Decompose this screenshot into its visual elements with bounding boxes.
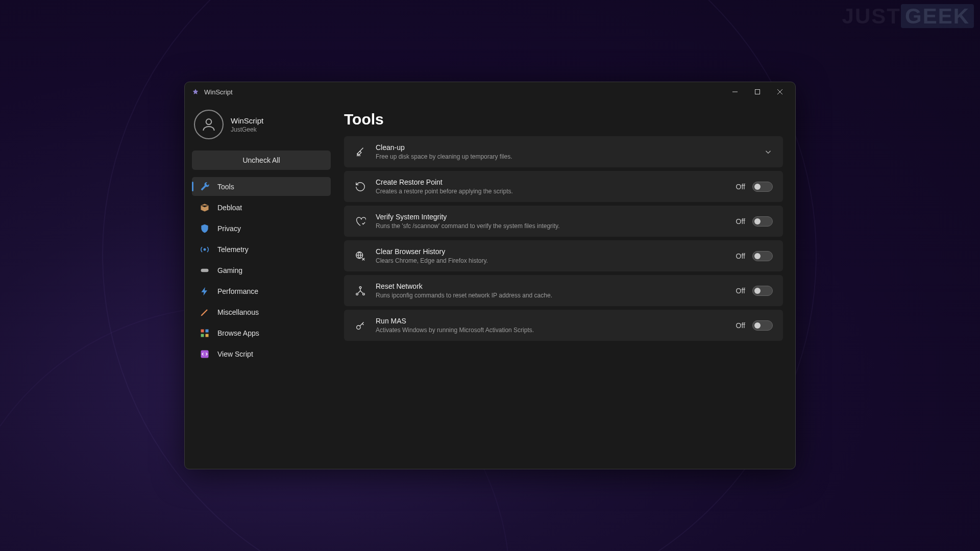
- svg-point-16: [357, 325, 360, 329]
- sidebar-item-view-script[interactable]: View Script: [192, 344, 331, 363]
- toggle-verify-integrity[interactable]: [752, 216, 773, 227]
- svg-rect-8: [206, 329, 209, 332]
- profile-section: WinScript JustGeek: [192, 107, 331, 148]
- toggle-state: Off: [736, 217, 745, 226]
- sidebar: WinScript JustGeek Uncheck All Tools Deb…: [185, 102, 338, 469]
- close-button[interactable]: [769, 84, 791, 100]
- sidebar-item-performance[interactable]: Performance: [192, 282, 331, 300]
- card-desc: Runs ipconfig commands to reset network …: [376, 292, 727, 299]
- apps-icon: [199, 328, 210, 339]
- card-desc: Runs the 'sfc /scannow' command to verif…: [376, 222, 727, 230]
- shield-icon: [199, 223, 210, 234]
- card-verify-integrity: Verify System Integrity Runs the 'sfc /s…: [344, 206, 783, 237]
- profile-name: WinScript: [231, 116, 263, 125]
- sidebar-item-label: Gaming: [217, 266, 242, 274]
- svg-rect-1: [755, 90, 760, 94]
- sidebar-item-debloat[interactable]: Debloat: [192, 198, 331, 217]
- wrench-icon: [199, 181, 210, 192]
- broom-icon: [354, 146, 366, 158]
- sidebar-item-privacy[interactable]: Privacy: [192, 219, 331, 238]
- heart-check-icon: [354, 215, 366, 228]
- package-icon: [199, 202, 210, 213]
- broadcast-icon: [199, 244, 210, 255]
- card-reset-network: Reset Network Runs ipconfig commands to …: [344, 275, 783, 306]
- svg-rect-9: [201, 334, 204, 337]
- card-title: Clean-up: [376, 143, 754, 152]
- sidebar-item-gaming[interactable]: Gaming: [192, 261, 331, 280]
- svg-point-13: [359, 286, 361, 288]
- app-icon: [192, 88, 199, 95]
- gamepad-icon: [199, 265, 210, 276]
- bolt-icon: [199, 286, 210, 297]
- sidebar-item-label: Tools: [217, 183, 234, 191]
- sidebar-item-label: Debloat: [217, 204, 242, 212]
- card-cleanup[interactable]: Clean-up Free up disk space by cleaning …: [344, 136, 783, 167]
- sidebar-item-label: Telemetry: [217, 245, 249, 254]
- toggle-run-mas[interactable]: [752, 320, 773, 331]
- maximize-button[interactable]: [746, 84, 769, 100]
- globe-x-icon: [354, 250, 366, 262]
- window-title: WinScript: [204, 88, 233, 96]
- svg-rect-7: [201, 329, 204, 332]
- sidebar-item-miscellaneous[interactable]: Miscellanous: [192, 303, 331, 321]
- avatar: [194, 110, 224, 139]
- app-window: WinScript WinScript JustGeek: [184, 82, 796, 469]
- svg-rect-6: [201, 268, 209, 272]
- sidebar-item-telemetry[interactable]: Telemetry: [192, 240, 331, 259]
- toggle-state: Off: [736, 252, 745, 260]
- card-desc: Creates a restore point before applying …: [376, 188, 727, 195]
- sidebar-item-label: Performance: [217, 287, 258, 295]
- page-title: Tools: [344, 111, 783, 128]
- toggle-restore-point[interactable]: [752, 182, 773, 192]
- key-icon: [354, 319, 366, 332]
- card-restore-point: Create Restore Point Creates a restore p…: [344, 171, 783, 202]
- card-title: Verify System Integrity: [376, 213, 727, 221]
- svg-rect-10: [206, 334, 209, 337]
- card-desc: Free up disk space by cleaning up tempor…: [376, 153, 754, 160]
- uncheck-all-button[interactable]: Uncheck All: [192, 151, 331, 170]
- sidebar-item-label: Browse Apps: [217, 329, 259, 337]
- svg-point-4: [206, 119, 212, 124]
- sidebar-item-label: Miscellanous: [217, 308, 259, 316]
- card-desc: Clears Chrome, Edge and Firefox history.: [376, 257, 727, 264]
- toggle-clear-history[interactable]: [752, 251, 773, 261]
- toggle-state: Off: [736, 287, 745, 295]
- minimize-button[interactable]: [724, 84, 746, 100]
- toggle-state: Off: [736, 183, 745, 191]
- card-title: Clear Browser History: [376, 247, 727, 256]
- titlebar[interactable]: WinScript: [185, 82, 795, 102]
- sidebar-item-tools[interactable]: Tools: [192, 177, 331, 196]
- card-clear-history: Clear Browser History Clears Chrome, Edg…: [344, 240, 783, 271]
- code-icon: [199, 348, 210, 360]
- card-desc: Activates Windows by running Microsoft A…: [376, 327, 727, 334]
- svg-point-14: [356, 293, 358, 295]
- main-content: Tools Clean-up Free up disk space by cle…: [338, 102, 795, 469]
- network-icon: [354, 285, 366, 297]
- card-title: Create Restore Point: [376, 178, 727, 186]
- sidebar-item-label: View Script: [217, 350, 253, 358]
- card-title: Run MAS: [376, 317, 727, 325]
- svg-point-5: [204, 248, 206, 251]
- watermark: JUSTGEEK: [842, 4, 974, 29]
- svg-point-15: [363, 293, 365, 295]
- pencil-icon: [199, 307, 210, 318]
- chevron-down-icon[interactable]: [764, 147, 773, 157]
- toggle-reset-network[interactable]: [752, 286, 773, 296]
- profile-sub: JustGeek: [231, 126, 263, 133]
- sidebar-item-label: Privacy: [217, 224, 241, 233]
- card-run-mas: Run MAS Activates Windows by running Mic…: [344, 310, 783, 341]
- card-title: Reset Network: [376, 282, 727, 290]
- toggle-state: Off: [736, 321, 745, 330]
- sidebar-item-browse-apps[interactable]: Browse Apps: [192, 323, 331, 342]
- restore-icon: [354, 181, 366, 193]
